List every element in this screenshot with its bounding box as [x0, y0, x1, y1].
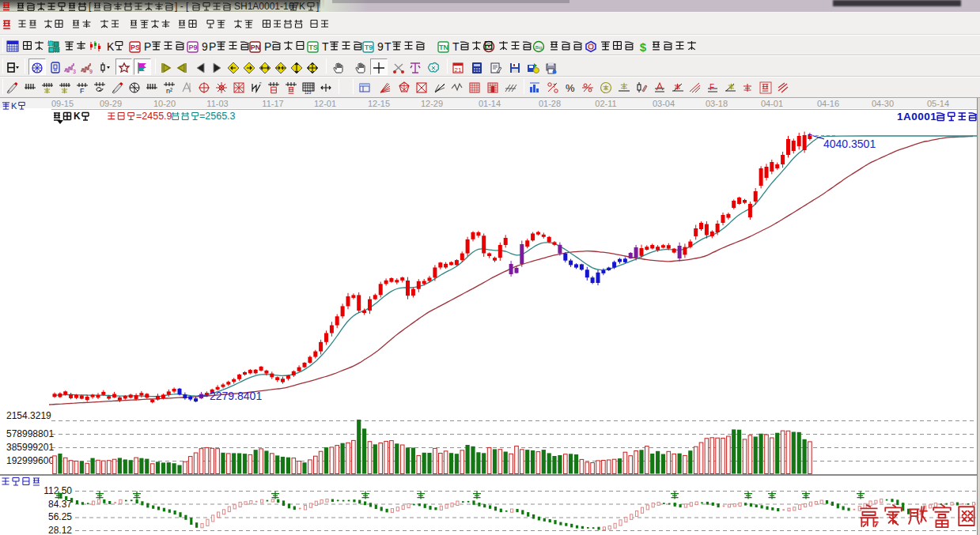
svg-text:11-03: 11-03 — [206, 99, 228, 108]
svg-text:K: K — [74, 111, 81, 122]
svg-text:1A0001: 1A0001 — [897, 111, 936, 122]
svg-text:192999600: 192999600 — [6, 455, 54, 466]
svg-text:09-15: 09-15 — [51, 99, 74, 108]
svg-text:] - [: ] - [ — [175, 1, 189, 12]
svg-text:21: 21 — [455, 66, 462, 73]
svg-text:9: 9 — [202, 40, 208, 53]
svg-text:P: P — [144, 40, 151, 53]
svg-text:SH1A0001-167: SH1A0001-167 — [234, 1, 299, 12]
svg-text:02-11: 02-11 — [595, 99, 616, 108]
svg-text:K: K — [107, 40, 115, 53]
svg-text:T: T — [384, 40, 392, 53]
svg-text:09-29: 09-29 — [100, 99, 122, 108]
svg-text:4040.3501: 4040.3501 — [823, 138, 876, 150]
svg-text:=2455.9: =2455.9 — [136, 111, 172, 122]
svg-text:12-01: 12-01 — [314, 99, 336, 108]
svg-text:P: P — [264, 40, 271, 53]
svg-text:F: F — [709, 83, 714, 92]
svg-text:$: $ — [640, 40, 647, 53]
svg-text:P: P — [209, 40, 216, 53]
svg-text:": " — [259, 81, 262, 87]
svg-text:T: T — [452, 40, 460, 53]
svg-text:385999201: 385999201 — [6, 442, 54, 453]
svg-text:04-01: 04-01 — [761, 99, 783, 108]
svg-text:3: 3 — [73, 69, 76, 74]
svg-text:TN: TN — [439, 43, 448, 51]
svg-text:01-14: 01-14 — [479, 99, 501, 108]
svg-text:28.12: 28.12 — [48, 525, 72, 535]
svg-text:%: % — [566, 82, 575, 94]
svg-text:K: K — [299, 1, 305, 12]
svg-text:9: 9 — [377, 40, 384, 53]
svg-text:2154.3219: 2154.3219 — [6, 410, 51, 421]
svg-text:=2565.3: =2565.3 — [199, 111, 236, 122]
svg-text:56.25: 56.25 — [48, 511, 72, 522]
svg-text:n²: n² — [166, 87, 172, 94]
svg-text:112.50: 112.50 — [44, 485, 72, 496]
svg-text:04-30: 04-30 — [872, 99, 894, 108]
svg-text:11-17: 11-17 — [262, 99, 283, 108]
svg-text:05-14: 05-14 — [927, 99, 949, 108]
svg-text:K: K — [11, 101, 17, 111]
svg-text:10-20: 10-20 — [153, 99, 176, 108]
svg-text:04-16: 04-16 — [817, 99, 839, 108]
svg-text:T: T — [322, 40, 329, 53]
svg-text:123: 123 — [305, 90, 312, 94]
svg-text:9: 9 — [89, 69, 93, 74]
svg-text:03-18: 03-18 — [706, 99, 728, 108]
svg-text:2279.8401: 2279.8401 — [210, 390, 262, 402]
svg-text:[: [ — [89, 1, 92, 12]
svg-text:578998801: 578998801 — [6, 428, 54, 439]
svg-text:84.37: 84.37 — [48, 499, 72, 510]
svg-text:7: 7 — [553, 83, 556, 89]
svg-text:12-29: 12-29 — [421, 99, 443, 108]
svg-text:03-04: 03-04 — [653, 99, 675, 108]
svg-text:12-15: 12-15 — [368, 99, 390, 108]
svg-text:F: F — [80, 87, 85, 94]
svg-text:]: ] — [316, 1, 319, 12]
svg-text:01-28: 01-28 — [539, 99, 561, 108]
